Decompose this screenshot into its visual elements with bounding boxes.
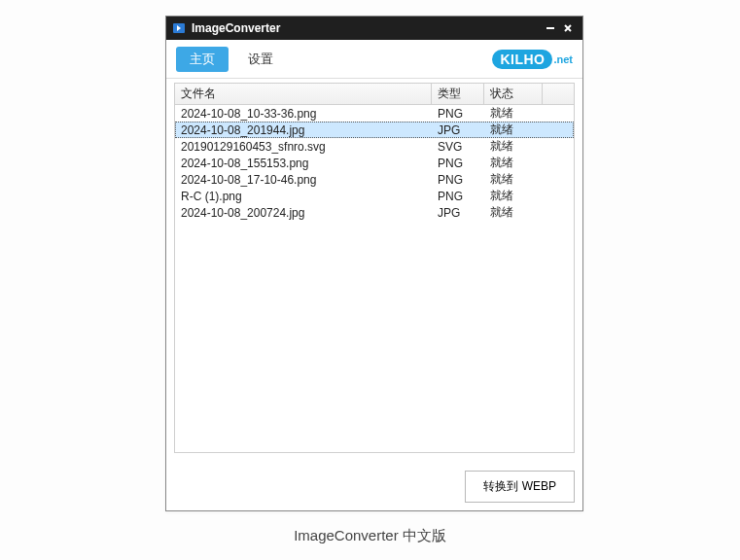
window-title: ImageConverter xyxy=(192,21,542,35)
logo-main: KILHO xyxy=(492,50,552,69)
file-table: 文件名 类型 状态 2024-10-08_10-33-36.pngPNG就绪20… xyxy=(174,83,575,453)
header-type[interactable]: 类型 xyxy=(432,84,484,104)
page-caption: ImageConverter 中文版 xyxy=(0,527,740,545)
app-window: ImageConverter 主页 设置 KILHO .net 文件名 类型 状… xyxy=(165,16,583,511)
table-row[interactable]: 2024-10-08_201944.jpgJPG就绪 xyxy=(175,122,574,138)
header-status[interactable]: 状态 xyxy=(484,84,543,104)
table-row[interactable]: 2024-10-08_200724.jpgJPG就绪 xyxy=(175,204,574,221)
cell-type: JPG xyxy=(432,206,484,220)
table-row[interactable]: R-C (1).pngPNG就绪 xyxy=(175,188,574,204)
cell-type: SVG xyxy=(432,140,484,154)
tab-home[interactable]: 主页 xyxy=(176,47,229,72)
table-header: 文件名 类型 状态 xyxy=(175,84,574,105)
header-filename[interactable]: 文件名 xyxy=(175,84,432,104)
cell-type: PNG xyxy=(432,157,484,170)
cell-filename: R-C (1).png xyxy=(175,190,432,203)
cell-status: 就绪 xyxy=(484,188,543,204)
cell-filename: 2024-10-08_201944.jpg xyxy=(175,123,432,137)
tab-settings[interactable]: 设置 xyxy=(234,47,287,72)
table-row[interactable]: 2024-10-08_17-10-46.pngPNG就绪 xyxy=(175,171,574,188)
table-row[interactable]: 2024-10-08_155153.pngPNG就绪 xyxy=(175,155,574,171)
svg-rect-1 xyxy=(546,27,554,29)
cell-type: PNG xyxy=(432,107,484,121)
content-area: 文件名 类型 状态 2024-10-08_10-33-36.pngPNG就绪20… xyxy=(166,79,582,461)
table-body: 2024-10-08_10-33-36.pngPNG就绪2024-10-08_2… xyxy=(175,105,574,221)
cell-filename: 20190129160453_sfnro.svg xyxy=(175,140,432,154)
cell-filename: 2024-10-08_200724.jpg xyxy=(175,206,432,220)
cell-status: 就绪 xyxy=(484,155,543,171)
cell-status: 就绪 xyxy=(484,138,543,155)
titlebar[interactable]: ImageConverter xyxy=(166,17,582,40)
cell-status: 就绪 xyxy=(484,105,543,122)
logo-suffix: .net xyxy=(553,53,573,65)
table-row[interactable]: 2024-10-08_10-33-36.pngPNG就绪 xyxy=(175,105,574,122)
cell-status: 就绪 xyxy=(484,204,543,221)
cell-type: JPG xyxy=(432,123,484,137)
header-spacer xyxy=(543,84,574,104)
footer: 转换到 WEBP xyxy=(166,461,582,510)
app-icon xyxy=(172,21,186,35)
close-button[interactable] xyxy=(559,19,577,37)
cell-filename: 2024-10-08_10-33-36.png xyxy=(175,107,432,121)
cell-status: 就绪 xyxy=(484,171,543,188)
cell-status: 就绪 xyxy=(484,122,543,138)
toolbar: 主页 设置 KILHO .net xyxy=(166,40,582,79)
cell-filename: 2024-10-08_155153.png xyxy=(175,157,432,170)
minimize-button[interactable] xyxy=(542,19,559,37)
convert-button[interactable]: 转换到 WEBP xyxy=(465,471,575,503)
cell-filename: 2024-10-08_17-10-46.png xyxy=(175,173,432,187)
cell-type: PNG xyxy=(432,190,484,203)
brand-logo[interactable]: KILHO .net xyxy=(492,50,573,69)
cell-type: PNG xyxy=(432,173,484,187)
table-row[interactable]: 20190129160453_sfnro.svgSVG就绪 xyxy=(175,138,574,155)
